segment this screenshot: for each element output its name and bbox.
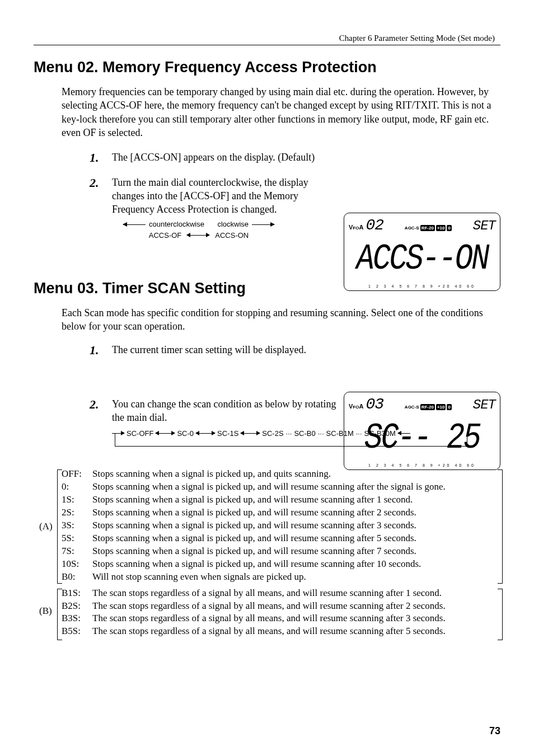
def-value: The scan stops regardless of a signal by… (92, 587, 500, 600)
accs-of-label: ACCS-OF (149, 231, 182, 241)
def-row: B1S:The scan stops regardless of a signa… (62, 587, 500, 600)
def-row: B2S:The scan stops regardless of a signa… (62, 600, 500, 613)
def-key: B0: (62, 571, 92, 584)
def-row: 0:Stops scanning when a signal is picked… (62, 481, 500, 494)
scan-definitions: (A) OFF:Stops scanning when a signal is … (62, 468, 500, 638)
lcd-display-02: VFOA 02 AGC-S RF-20 +10 0 SET ACCS--ON 1… (344, 213, 500, 291)
cw-label: clockwise (217, 219, 249, 229)
group-a-label: (A) (39, 521, 53, 532)
def-row: 10S:Stops scanning when a signal is pick… (62, 558, 500, 571)
group-b-label: (B) (39, 605, 52, 617)
lcd-indicators: AGC-S RF-20 +10 0 (405, 225, 452, 231)
def-value: Stops scanning when a signal is picked u… (92, 532, 500, 545)
def-value: The scan stops regardless of a signal by… (92, 600, 500, 613)
def-value: Stops scanning when a signal is picked u… (92, 506, 500, 519)
set-indicator: SET (473, 218, 495, 233)
def-row: 3S:Stops scanning when a signal is picke… (62, 519, 500, 532)
menu02-step1: The [ACCS-ON] appears on the display. (D… (112, 151, 325, 164)
bracket-a-right-icon (498, 469, 503, 584)
step-number-1: 1. (90, 151, 112, 165)
def-key: B2S: (62, 600, 92, 613)
def-row: B5S:The scan stops regardless of a signa… (62, 625, 500, 638)
lcd-scale: 1 2 3 4 5 6 7 8 9 +20 40 60 (349, 463, 495, 467)
bracket-b-right-icon (498, 589, 503, 640)
def-value: The scan stops regardless of a signal by… (92, 625, 500, 638)
def-value: Stops scanning when a signal is picked u… (92, 545, 500, 558)
bidirectional-arrow-icon (187, 235, 209, 236)
def-key: 5S: (62, 532, 92, 545)
bracket-a-left-icon (57, 469, 62, 584)
menu02-title: Menu 02. Memory Frequency Access Protect… (34, 59, 500, 76)
lcd-main-text: ACCS--ON (349, 243, 495, 275)
def-row: 5S:Stops scanning when a signal is picke… (62, 532, 500, 545)
def-value: The scan stops regardless of a signal by… (92, 612, 500, 625)
def-key: B5S: (62, 625, 92, 638)
def-value: Stops scanning when a signal is picked u… (92, 481, 500, 494)
def-key: 1S: (62, 494, 92, 506)
ccw-label: counterclockwise (149, 219, 204, 229)
step-number-2: 2. (90, 176, 112, 190)
page-number: 73 (489, 725, 500, 737)
def-row: OFF:Stops scanning when a signal is pick… (62, 468, 500, 481)
def-row: B0:Will not stop scanning even when sign… (62, 571, 500, 584)
def-value: Stops scanning when a signal is picked u… (92, 558, 500, 571)
flow-return-line (115, 434, 467, 447)
menu02-step2: Turn the main dial counterclockwise, the… (112, 177, 308, 215)
def-key: B3S: (62, 612, 92, 625)
def-row: 1S:Stops scanning when a signal is picke… (62, 494, 500, 506)
def-key: 7S: (62, 545, 92, 558)
vfoa-indicator: VFOA (349, 403, 363, 410)
vfoa-indicator: VFOA (349, 224, 363, 231)
arrow-right-icon (252, 224, 274, 225)
menu03-step1: The current timer scan setting will be d… (112, 343, 313, 356)
menu03-step2: You can change the scan condition as bel… (112, 398, 336, 423)
chapter-header: Chapter 6 Parameter Setting Mode (Set mo… (34, 34, 500, 43)
def-key: 10S: (62, 558, 92, 571)
step-number-2b: 2. (90, 397, 112, 412)
def-key: B1S: (62, 587, 92, 600)
def-row: B3S:The scan stops regardless of a signa… (62, 612, 500, 625)
def-value: Stops scanning when a signal is picked u… (92, 519, 500, 532)
def-key: 0: (62, 481, 92, 494)
bracket-b-left-icon (57, 589, 62, 640)
divider (34, 45, 500, 45)
accs-arrows-diagram: counterclockwise clockwise ACCS-OF ACCS-… (123, 219, 325, 240)
lcd-menu-num: 02 (366, 217, 383, 234)
def-key: 3S: (62, 519, 92, 532)
def-key: 2S: (62, 506, 92, 519)
accs-on-label: ACCS-ON (215, 231, 249, 241)
def-value: Will not stop scanning even when signals… (92, 571, 500, 584)
arrow-left-icon (123, 224, 146, 225)
menu03-intro: Each Scan mode has specific condition fo… (62, 306, 495, 334)
lcd-menu-num: 03 (366, 396, 383, 413)
lcd-indicators: AGC-S RF-20 +10 0 (405, 404, 452, 410)
def-row: 2S:Stops scanning when a signal is picke… (62, 506, 500, 519)
def-row: 7S:Stops scanning when a signal is picke… (62, 545, 500, 558)
menu02-intro: Memory frequencies can be temporary chan… (62, 85, 495, 139)
lcd-scale: 1 2 3 4 5 6 7 8 9 +20 40 60 (349, 284, 495, 288)
def-key: OFF: (62, 468, 92, 481)
step-number-1b: 1. (90, 343, 112, 358)
scan-flow-diagram: SC-OFF SC-0 SC-1S SC-2S ··· SC-B0 ··· SC… (112, 429, 470, 452)
def-value: Stops scanning when a signal is picked u… (92, 494, 500, 506)
def-value: Stops scanning when a signal is picked u… (92, 468, 500, 481)
set-indicator: SET (473, 397, 495, 412)
